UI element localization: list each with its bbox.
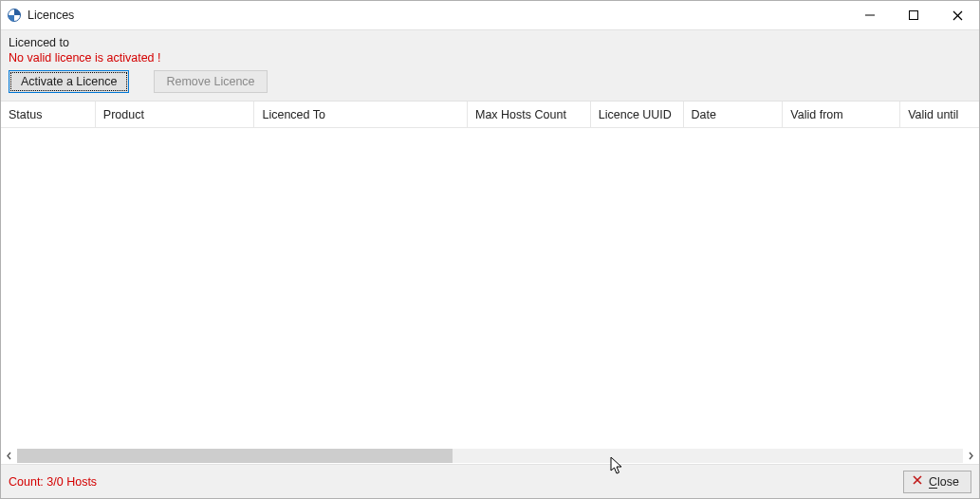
count-label: Count: 3/0 Hosts <box>9 475 97 489</box>
close-window-button[interactable] <box>935 1 979 29</box>
licenced-to-label: Licenced to <box>9 36 971 49</box>
column-header[interactable]: Licence UUID <box>591 102 684 127</box>
table-header: StatusProductLicenced ToMax Hosts CountL… <box>1 102 979 128</box>
column-header[interactable]: Product <box>96 102 255 127</box>
column-header[interactable]: Licenced To <box>254 102 468 127</box>
app-icon <box>7 8 22 23</box>
toolbar: Activate a Licence Remove Licence <box>9 70 971 93</box>
svg-rect-2 <box>910 11 918 20</box>
titlebar: Licences <box>1 1 979 29</box>
close-icon <box>912 474 923 489</box>
licences-window: Licences Licenced to No valid licence is… <box>0 0 980 499</box>
info-area: Licenced to No valid licence is activate… <box>1 29 979 102</box>
column-header[interactable]: Valid from <box>783 102 900 127</box>
horizontal-scrollbar[interactable] <box>1 448 979 464</box>
scroll-right-arrow-icon[interactable] <box>963 448 979 464</box>
scroll-left-arrow-icon[interactable] <box>1 448 17 464</box>
close-button-label: Close <box>929 475 959 489</box>
column-header[interactable]: Date <box>684 102 784 127</box>
window-title: Licences <box>28 9 74 22</box>
maximize-button[interactable] <box>892 1 935 29</box>
column-header[interactable]: Max Hosts Count <box>468 102 591 127</box>
close-button[interactable]: Close <box>903 471 971 493</box>
activate-licence-button[interactable]: Activate a Licence <box>9 70 129 93</box>
licence-table: StatusProductLicenced ToMax Hosts CountL… <box>1 102 979 464</box>
licence-warning: No valid licence is activated ! <box>9 51 971 65</box>
table-body <box>1 128 979 448</box>
column-header[interactable]: Status <box>1 102 96 127</box>
scrollbar-thumb[interactable] <box>17 449 453 463</box>
window-controls <box>848 1 979 29</box>
minimize-button[interactable] <box>848 1 892 29</box>
scrollbar-track[interactable] <box>17 449 963 463</box>
remove-licence-button: Remove Licence <box>154 70 267 93</box>
footer: Count: 3/0 Hosts Close <box>1 464 979 498</box>
column-header[interactable]: Valid until <box>900 102 979 127</box>
